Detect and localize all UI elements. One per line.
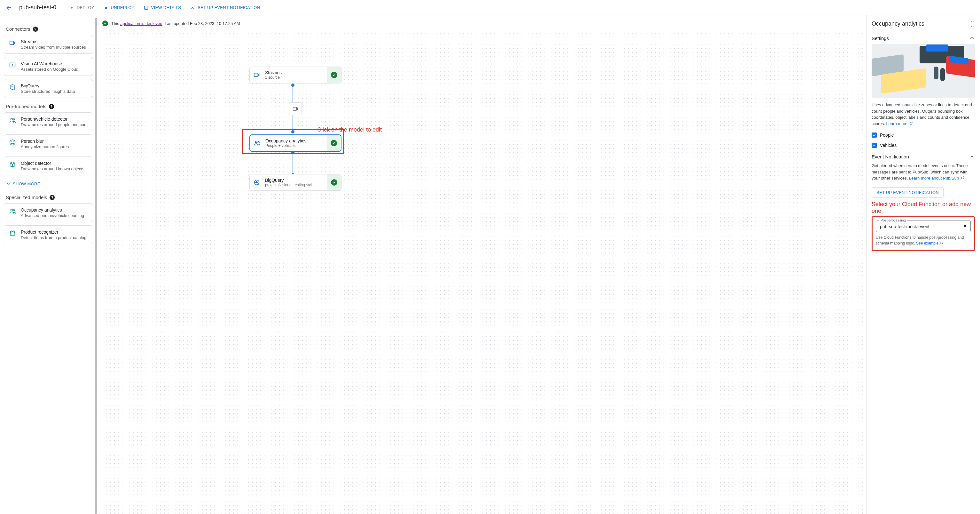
setup-event-button[interactable]: SET UP EVENT NOTIFICATION: [872, 187, 943, 198]
play-box-icon: [9, 61, 16, 69]
dropdown-arrow-icon: ▼: [963, 224, 967, 229]
event-description: Get alerted when certain model events oc…: [872, 163, 975, 182]
back-button[interactable]: [3, 1, 15, 14]
status-bar: This application is deployed. Last updat…: [102, 21, 861, 26]
checkbox-icon: [872, 143, 877, 148]
callout-model-text: Click on the model to edit: [317, 126, 382, 133]
node-status: [327, 135, 341, 151]
hub-icon: [190, 5, 195, 10]
node-streams-title: Streams: [265, 70, 326, 75]
camera-icon: [250, 71, 264, 78]
card-title: Occupancy analytics: [21, 208, 84, 212]
node-bigquery-sub: projects/visionai-testing-stabl…: [265, 183, 323, 187]
checkbox-people[interactable]: People: [872, 130, 975, 140]
settings-description: Uses advanced inputs like zones or lines…: [872, 102, 975, 127]
status-text: This application is deployed. Last updat…: [111, 21, 240, 26]
setup-event-header-button[interactable]: SET UP EVENT NOTIFICATION: [186, 3, 264, 13]
node-occupancy[interactable]: Occupancy analytics People + vehicles: [250, 134, 342, 152]
show-more-button[interactable]: SHOW MORE: [4, 179, 93, 189]
graph-canvas[interactable]: This application is deployed. Last updat…: [97, 15, 866, 514]
pretrained-item[interactable]: Person/vehicle detectorDraw boxes around…: [4, 112, 93, 131]
node-bigquery[interactable]: BigQuery projects/visionai-testing-stabl…: [250, 174, 342, 191]
sidebar: Connectors ? StreamsStream video from mu…: [0, 15, 97, 514]
show-more-label: SHOW MORE: [13, 182, 40, 186]
node-occupancy-title: Occupancy analytics: [266, 138, 326, 144]
card-title: Object detector: [21, 161, 84, 166]
see-example-link[interactable]: See example: [916, 241, 943, 246]
deploy-label: DEPLOY: [77, 5, 94, 10]
post-processing-callout: Post-processing pub-sub-test-mock-event …: [872, 216, 975, 251]
help-icon[interactable]: ?: [49, 104, 54, 109]
connector-item[interactable]: StreamsStream video from multiple source…: [4, 35, 93, 54]
specialized-item[interactable]: Occupancy analyticsAdvanced person/vehic…: [4, 203, 93, 222]
node-streams[interactable]: Streams 1 source: [250, 67, 342, 83]
settings-title: Settings: [872, 35, 889, 41]
card-subtitle: Detect items from a product catalog: [21, 235, 86, 240]
callout-cloudfn-text: Select your Cloud Function or add new on…: [872, 201, 975, 214]
external-link-icon: [961, 176, 964, 180]
stop-icon: [103, 5, 108, 10]
node-bigquery-title: BigQuery: [265, 178, 326, 183]
connector-item[interactable]: Vision AI WarehouseAssets stored on Goog…: [4, 57, 93, 76]
pubsub-link[interactable]: Learn more about Pub/Sub: [909, 176, 964, 180]
specialized-item[interactable]: Product recognizerDetect items from a pr…: [4, 225, 93, 244]
node-occupancy-sub: People + vehicles: [266, 144, 323, 148]
checkbox-icon: [872, 132, 877, 137]
chart-icon: [143, 5, 149, 10]
people-icon: [9, 208, 16, 215]
people-icon: [9, 117, 16, 124]
select-value: pub-sub-test-mock-event: [880, 224, 967, 229]
right-panel: Occupancy analytics ⋮ Settings Uses: [866, 15, 980, 514]
face-icon: [9, 139, 16, 146]
app-header: pub-sub-test-0 DEPLOY UNDEPLOY VIEW DETA…: [0, 0, 980, 15]
pretrained-item[interactable]: Person blurAnonymize human figures: [4, 134, 93, 153]
check-circle-icon: [102, 21, 108, 26]
card-subtitle: Stream video from multiple sources: [21, 45, 86, 49]
post-processing-hint: Use Cloud Functions to handle post-proce…: [876, 235, 971, 246]
event-section-toggle[interactable]: Event Notification: [872, 150, 975, 163]
video-waypoint-icon: [289, 102, 302, 115]
camera-icon: [9, 39, 16, 47]
node-streams-sub: 1 source: [265, 75, 323, 80]
bq-icon: [250, 179, 264, 186]
card-subtitle: Advanced person/vehicle counting: [21, 213, 84, 218]
panel-menu-button[interactable]: ⋮: [969, 20, 975, 27]
status-link[interactable]: application is deployed: [120, 21, 162, 26]
checkbox-vehicles[interactable]: Vehicles: [872, 140, 975, 150]
external-link-icon: [909, 121, 913, 125]
card-title: Person/vehicle detector: [21, 117, 88, 121]
undeploy-label: UNDEPLOY: [111, 5, 135, 10]
card-title: Vision AI Warehouse: [21, 61, 78, 66]
event-title: Event Notification: [872, 154, 909, 160]
help-icon[interactable]: ?: [33, 27, 38, 32]
checkbox-vehicles-label: Vehicles: [880, 143, 897, 148]
cube-icon: [9, 161, 16, 168]
connector-item[interactable]: BigQueryStore structured insights data: [4, 79, 93, 98]
post-processing-select[interactable]: Post-processing pub-sub-test-mock-event …: [876, 220, 971, 232]
setup-event-header-label: SET UP EVENT NOTIFICATION: [197, 5, 260, 10]
card-subtitle: Assets stored on Google Cloud: [21, 67, 78, 72]
section-specialized-label: Specialized models: [6, 195, 47, 200]
help-icon[interactable]: ?: [49, 195, 55, 200]
canvas-grid: [97, 31, 866, 514]
card-title: Person blur: [21, 139, 69, 144]
settings-section-toggle[interactable]: Settings: [872, 32, 975, 44]
card-subtitle: Draw boxes around people and cars: [21, 122, 88, 127]
view-details-button[interactable]: VIEW DETAILS: [140, 3, 185, 13]
card-subtitle: Draw boxes around known objects: [21, 166, 84, 171]
card-subtitle: Anonymize human figures: [21, 144, 69, 149]
undeploy-button[interactable]: UNDEPLOY: [99, 3, 138, 13]
learn-more-link[interactable]: Learn more: [886, 121, 913, 126]
external-link-icon: [940, 241, 943, 244]
play-icon: [69, 5, 74, 10]
section-pretrained: Pre-trained models ?: [6, 104, 91, 109]
pretrained-item[interactable]: Object detectorDraw boxes around known o…: [4, 156, 93, 176]
deploy-button: DEPLOY: [65, 3, 98, 13]
card-title: BigQuery: [21, 83, 75, 88]
app-title: pub-sub-test-0: [19, 4, 56, 11]
card-subtitle: Store structured insights data: [21, 89, 75, 94]
chevron-up-icon: [969, 153, 975, 160]
card-title: Streams: [21, 39, 86, 44]
panel-title: Occupancy analytics: [872, 21, 924, 27]
checkbox-people-label: People: [880, 132, 894, 137]
